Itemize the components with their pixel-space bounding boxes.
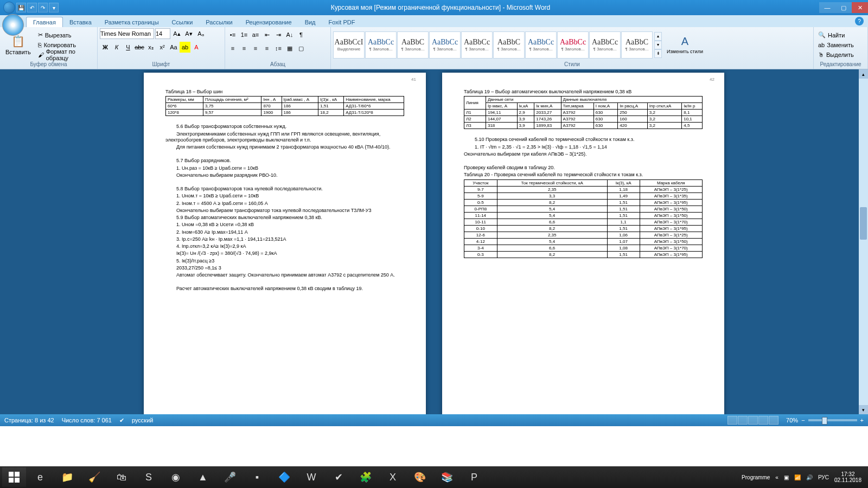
subscript-button[interactable]: x₂ — [145, 42, 156, 53]
powerpoint-icon[interactable]: P — [461, 468, 487, 486]
app1-icon[interactable]: 🔷 — [271, 468, 297, 486]
tab-review[interactable]: Рецензирование — [239, 17, 298, 27]
styles-down-button[interactable]: ▾ — [654, 41, 662, 49]
word-icon[interactable]: W — [298, 468, 324, 486]
explorer-icon[interactable]: 📁 — [54, 468, 80, 486]
dec-indent-button[interactable]: ⇤ — [261, 29, 272, 40]
zoom-in-button[interactable]: + — [860, 417, 864, 423]
superscript-button[interactable]: x² — [157, 42, 168, 53]
tab-layout[interactable]: Разметка страницы — [98, 17, 165, 27]
network-icon[interactable]: 📶 — [794, 474, 801, 480]
clock[interactable]: 17:32 02.11.2018 — [834, 471, 861, 483]
save-button[interactable]: 💾 — [16, 3, 26, 12]
scroll-thumb[interactable] — [860, 207, 867, 240]
style-item[interactable]: AaBbC¶ Заголов... — [397, 31, 429, 59]
ie-icon[interactable]: e — [27, 468, 53, 486]
paste-button[interactable]: 📋 Вставить — [2, 34, 34, 56]
tab-insert[interactable]: Вставка — [63, 17, 98, 27]
office-button[interactable] — [2, 14, 24, 36]
redo-button[interactable]: ↷ — [38, 3, 48, 12]
style-item[interactable]: AaBbCc¶ Заголов... — [365, 31, 397, 59]
italic-button[interactable]: К — [111, 42, 122, 53]
ccleaner-icon[interactable]: 🧹 — [81, 468, 107, 486]
word-count[interactable]: Число слов: 7 061 — [62, 417, 112, 423]
scroll-down-button[interactable]: ▾ — [859, 405, 868, 414]
tab-home[interactable]: Главная — [26, 17, 63, 27]
full-screen-view[interactable] — [738, 416, 748, 425]
vertical-scrollbar[interactable]: ▴ ▾ — [859, 69, 868, 414]
bullets-button[interactable]: •≡ — [227, 29, 238, 40]
style-item[interactable]: AaBbCc¶ Заголов... — [461, 31, 493, 59]
chrome-icon[interactable]: ◉ — [163, 468, 189, 486]
tab-view[interactable]: Вид — [298, 17, 322, 27]
replace-button[interactable]: abЗаменить — [816, 40, 856, 49]
keyboard-lang[interactable]: РУС — [818, 474, 829, 480]
style-item[interactable]: AaBbCc¶ Заголов... — [557, 31, 589, 59]
strike-button[interactable]: abc — [134, 42, 145, 53]
start-button[interactable] — [2, 467, 26, 487]
font-color-button[interactable]: A — [191, 42, 202, 53]
help-button[interactable]: ? — [855, 17, 864, 25]
print-layout-view[interactable] — [727, 416, 737, 425]
line-spacing-button[interactable]: ↕≡ — [273, 43, 284, 54]
zoom-level[interactable]: 70% — [786, 417, 798, 423]
style-item[interactable]: AaBbCc¶ Заголов... — [589, 31, 621, 59]
outline-view[interactable] — [758, 416, 768, 425]
app3-icon[interactable]: 🧩 — [353, 468, 379, 486]
cut-button[interactable]: ✂Вырезать — [36, 30, 95, 40]
volume-icon[interactable]: 🔊 — [806, 474, 813, 480]
highlight-button[interactable]: ab — [180, 42, 190, 53]
minimize-button[interactable]: — — [819, 2, 835, 13]
styles-up-button[interactable]: ▴ — [654, 32, 662, 41]
align-right-button[interactable]: ≡ — [250, 43, 261, 54]
change-case-button[interactable]: Aa — [168, 42, 179, 53]
style-item[interactable]: AaBbCcIВыделение — [333, 31, 365, 59]
styles-more-button[interactable]: ⇟ — [654, 49, 662, 58]
close-button[interactable]: ✕ — [852, 2, 868, 13]
qat-more-button[interactable]: ▾ — [49, 3, 59, 12]
paint-icon[interactable]: 🎨 — [407, 468, 433, 486]
shrink-font-button[interactable]: A▾ — [183, 28, 194, 39]
align-left-button[interactable]: ≡ — [227, 43, 238, 54]
scroll-up-button[interactable]: ▴ — [859, 69, 868, 79]
shading-button[interactable]: ▦ — [284, 43, 295, 54]
draft-view[interactable] — [769, 416, 778, 425]
page-indicator[interactable]: Страница: 8 из 42 — [4, 417, 54, 423]
tab-references[interactable]: Ссылки — [165, 17, 200, 27]
programme-label[interactable]: Programme — [742, 474, 770, 480]
multilevel-button[interactable]: a≡ — [250, 29, 261, 40]
skype-icon[interactable]: S — [136, 468, 162, 486]
document-area[interactable]: 41 Таблица 18 – Выбор шин Размеры, ммПло… — [0, 69, 868, 414]
show-marks-button[interactable]: ¶ — [296, 29, 307, 40]
inc-indent-button[interactable]: ⇥ — [273, 29, 284, 40]
winrar-icon[interactable]: 📚 — [434, 468, 460, 486]
justify-button[interactable]: ≡ — [261, 43, 272, 54]
undo-button[interactable]: ↶ — [27, 3, 37, 12]
borders-button[interactable]: ▢ — [296, 43, 307, 54]
style-item[interactable]: AaBbC¶ Заголов... — [621, 31, 653, 59]
maximize-button[interactable]: ▢ — [835, 2, 852, 13]
bold-button[interactable]: Ж — [100, 42, 111, 53]
format-painter-button[interactable]: 🖌Формат по образцу — [36, 50, 95, 59]
font-size-input[interactable] — [155, 28, 170, 39]
tab-foxit[interactable]: Foxit PDF — [322, 17, 362, 27]
style-item[interactable]: AaBbC¶ Заголов... — [493, 31, 525, 59]
numbering-button[interactable]: 1≡ — [239, 29, 250, 40]
tray-chevron-icon[interactable]: « — [775, 474, 778, 480]
tray-app-icon[interactable]: ▣ — [784, 474, 789, 480]
zoom-slider[interactable] — [808, 419, 857, 421]
mic-icon[interactable]: 🎤 — [217, 468, 243, 486]
excel-icon[interactable]: X — [380, 468, 406, 486]
find-button[interactable]: 🔍Найти — [816, 30, 856, 40]
cmd-icon[interactable]: ▪ — [244, 468, 270, 486]
sort-button[interactable]: A↓ — [284, 29, 295, 40]
font-name-input[interactable] — [100, 28, 154, 39]
language-indicator[interactable]: русский — [132, 417, 153, 423]
align-center-button[interactable]: ≡ — [239, 43, 250, 54]
zoom-out-button[interactable]: − — [801, 417, 805, 423]
styles-gallery[interactable]: AaBbCcIВыделениеAaBbCc¶ Заголов...AaBbC¶… — [333, 31, 653, 59]
style-item[interactable]: AaBbCc¶ Заголов... — [429, 31, 461, 59]
tab-mailings[interactable]: Рассылки — [199, 17, 239, 27]
clear-format-button[interactable]: Aₐ — [195, 28, 206, 39]
spellcheck-icon[interactable]: ✔ — [119, 417, 124, 424]
